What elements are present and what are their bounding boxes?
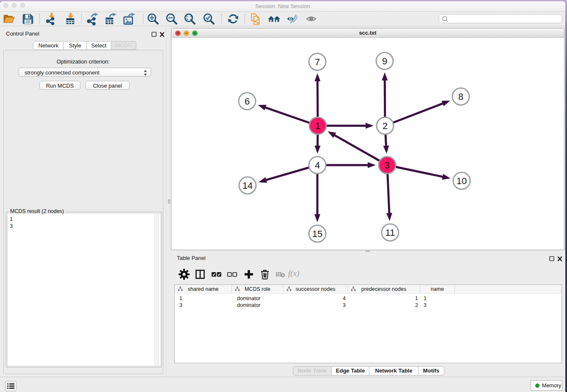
svg-text:1: 1 <box>315 121 320 131</box>
svg-text:3: 3 <box>385 160 390 171</box>
svg-text:4: 4 <box>315 160 320 171</box>
svg-text:10: 10 <box>457 176 467 186</box>
svg-text:2: 2 <box>383 121 388 131</box>
svg-text:14: 14 <box>242 180 253 191</box>
svg-text:6: 6 <box>245 96 250 107</box>
svg-text:9: 9 <box>382 56 387 66</box>
svg-text:7: 7 <box>315 57 320 67</box>
svg-text:11: 11 <box>385 227 395 238</box>
svg-text:8: 8 <box>458 91 463 102</box>
svg-text:15: 15 <box>312 229 322 239</box>
